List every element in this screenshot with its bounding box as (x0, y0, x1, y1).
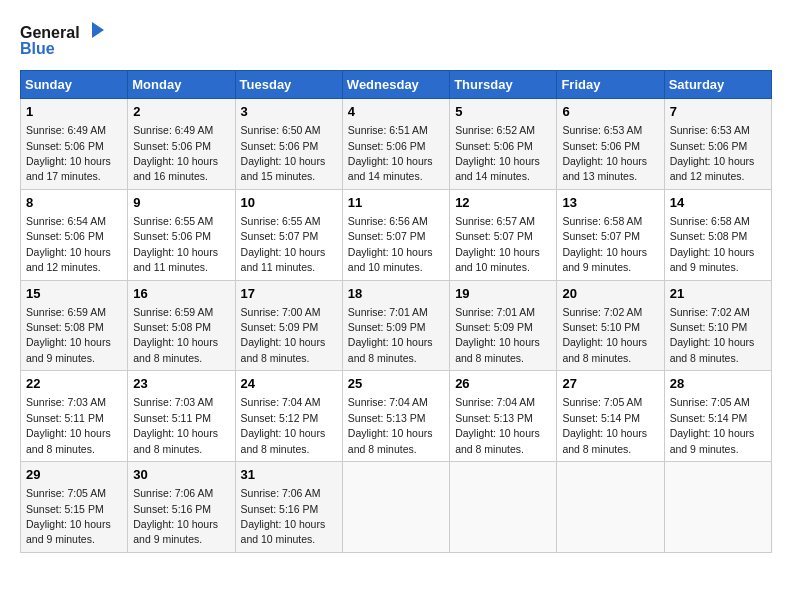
header: GeneralBlue (20, 20, 772, 60)
day-cell: 4Sunrise: 6:51 AMSunset: 5:06 PMDaylight… (342, 99, 449, 190)
day-cell: 8Sunrise: 6:54 AMSunset: 5:06 PMDaylight… (21, 189, 128, 280)
calendar-header-row: SundayMondayTuesdayWednesdayThursdayFrid… (21, 71, 772, 99)
col-header-saturday: Saturday (664, 71, 771, 99)
day-info: Sunrise: 6:55 AMSunset: 5:07 PMDaylight:… (241, 215, 326, 273)
day-number: 28 (670, 375, 766, 393)
day-cell (557, 462, 664, 553)
day-info: Sunrise: 7:06 AMSunset: 5:16 PMDaylight:… (133, 487, 218, 545)
day-cell: 13Sunrise: 6:58 AMSunset: 5:07 PMDayligh… (557, 189, 664, 280)
day-number: 6 (562, 103, 658, 121)
svg-text:General: General (20, 24, 80, 41)
day-number: 18 (348, 285, 444, 303)
day-cell: 11Sunrise: 6:56 AMSunset: 5:07 PMDayligh… (342, 189, 449, 280)
day-info: Sunrise: 7:03 AMSunset: 5:11 PMDaylight:… (26, 396, 111, 454)
day-cell: 10Sunrise: 6:55 AMSunset: 5:07 PMDayligh… (235, 189, 342, 280)
day-info: Sunrise: 7:02 AMSunset: 5:10 PMDaylight:… (670, 306, 755, 364)
day-info: Sunrise: 6:55 AMSunset: 5:06 PMDaylight:… (133, 215, 218, 273)
week-row-1: 1Sunrise: 6:49 AMSunset: 5:06 PMDaylight… (21, 99, 772, 190)
day-number: 24 (241, 375, 337, 393)
day-info: Sunrise: 6:49 AMSunset: 5:06 PMDaylight:… (133, 124, 218, 182)
day-number: 4 (348, 103, 444, 121)
day-info: Sunrise: 6:49 AMSunset: 5:06 PMDaylight:… (26, 124, 111, 182)
day-number: 9 (133, 194, 229, 212)
day-info: Sunrise: 6:56 AMSunset: 5:07 PMDaylight:… (348, 215, 433, 273)
day-info: Sunrise: 7:02 AMSunset: 5:10 PMDaylight:… (562, 306, 647, 364)
day-info: Sunrise: 6:53 AMSunset: 5:06 PMDaylight:… (562, 124, 647, 182)
day-number: 8 (26, 194, 122, 212)
logo-svg: GeneralBlue (20, 20, 110, 60)
day-cell: 16Sunrise: 6:59 AMSunset: 5:08 PMDayligh… (128, 280, 235, 371)
day-cell: 1Sunrise: 6:49 AMSunset: 5:06 PMDaylight… (21, 99, 128, 190)
day-number: 22 (26, 375, 122, 393)
day-number: 29 (26, 466, 122, 484)
day-cell: 9Sunrise: 6:55 AMSunset: 5:06 PMDaylight… (128, 189, 235, 280)
day-number: 23 (133, 375, 229, 393)
week-row-5: 29Sunrise: 7:05 AMSunset: 5:15 PMDayligh… (21, 462, 772, 553)
day-cell (342, 462, 449, 553)
calendar-table: SundayMondayTuesdayWednesdayThursdayFrid… (20, 70, 772, 553)
week-row-4: 22Sunrise: 7:03 AMSunset: 5:11 PMDayligh… (21, 371, 772, 462)
day-number: 14 (670, 194, 766, 212)
day-cell: 27Sunrise: 7:05 AMSunset: 5:14 PMDayligh… (557, 371, 664, 462)
day-number: 11 (348, 194, 444, 212)
day-cell: 18Sunrise: 7:01 AMSunset: 5:09 PMDayligh… (342, 280, 449, 371)
week-row-2: 8Sunrise: 6:54 AMSunset: 5:06 PMDaylight… (21, 189, 772, 280)
day-info: Sunrise: 7:05 AMSunset: 5:14 PMDaylight:… (562, 396, 647, 454)
col-header-friday: Friday (557, 71, 664, 99)
day-cell: 28Sunrise: 7:05 AMSunset: 5:14 PMDayligh… (664, 371, 771, 462)
day-number: 10 (241, 194, 337, 212)
day-cell: 23Sunrise: 7:03 AMSunset: 5:11 PMDayligh… (128, 371, 235, 462)
day-cell: 26Sunrise: 7:04 AMSunset: 5:13 PMDayligh… (450, 371, 557, 462)
col-header-thursday: Thursday (450, 71, 557, 99)
col-header-tuesday: Tuesday (235, 71, 342, 99)
day-cell: 21Sunrise: 7:02 AMSunset: 5:10 PMDayligh… (664, 280, 771, 371)
day-cell: 25Sunrise: 7:04 AMSunset: 5:13 PMDayligh… (342, 371, 449, 462)
day-cell (450, 462, 557, 553)
day-info: Sunrise: 7:04 AMSunset: 5:13 PMDaylight:… (455, 396, 540, 454)
day-info: Sunrise: 6:54 AMSunset: 5:06 PMDaylight:… (26, 215, 111, 273)
day-cell: 31Sunrise: 7:06 AMSunset: 5:16 PMDayligh… (235, 462, 342, 553)
day-cell: 19Sunrise: 7:01 AMSunset: 5:09 PMDayligh… (450, 280, 557, 371)
day-info: Sunrise: 7:05 AMSunset: 5:14 PMDaylight:… (670, 396, 755, 454)
day-number: 5 (455, 103, 551, 121)
day-cell: 6Sunrise: 6:53 AMSunset: 5:06 PMDaylight… (557, 99, 664, 190)
day-cell: 17Sunrise: 7:00 AMSunset: 5:09 PMDayligh… (235, 280, 342, 371)
day-number: 17 (241, 285, 337, 303)
day-info: Sunrise: 7:00 AMSunset: 5:09 PMDaylight:… (241, 306, 326, 364)
day-info: Sunrise: 6:50 AMSunset: 5:06 PMDaylight:… (241, 124, 326, 182)
day-number: 16 (133, 285, 229, 303)
day-info: Sunrise: 6:53 AMSunset: 5:06 PMDaylight:… (670, 124, 755, 182)
col-header-monday: Monday (128, 71, 235, 99)
day-info: Sunrise: 7:06 AMSunset: 5:16 PMDaylight:… (241, 487, 326, 545)
day-number: 30 (133, 466, 229, 484)
day-cell: 14Sunrise: 6:58 AMSunset: 5:08 PMDayligh… (664, 189, 771, 280)
day-number: 31 (241, 466, 337, 484)
day-number: 20 (562, 285, 658, 303)
day-info: Sunrise: 6:57 AMSunset: 5:07 PMDaylight:… (455, 215, 540, 273)
day-number: 19 (455, 285, 551, 303)
day-info: Sunrise: 6:58 AMSunset: 5:08 PMDaylight:… (670, 215, 755, 273)
day-cell: 30Sunrise: 7:06 AMSunset: 5:16 PMDayligh… (128, 462, 235, 553)
day-number: 7 (670, 103, 766, 121)
day-number: 2 (133, 103, 229, 121)
day-cell: 2Sunrise: 6:49 AMSunset: 5:06 PMDaylight… (128, 99, 235, 190)
day-info: Sunrise: 7:01 AMSunset: 5:09 PMDaylight:… (348, 306, 433, 364)
day-number: 3 (241, 103, 337, 121)
day-number: 25 (348, 375, 444, 393)
day-info: Sunrise: 6:58 AMSunset: 5:07 PMDaylight:… (562, 215, 647, 273)
day-cell: 22Sunrise: 7:03 AMSunset: 5:11 PMDayligh… (21, 371, 128, 462)
day-info: Sunrise: 7:03 AMSunset: 5:11 PMDaylight:… (133, 396, 218, 454)
day-number: 13 (562, 194, 658, 212)
day-info: Sunrise: 7:04 AMSunset: 5:12 PMDaylight:… (241, 396, 326, 454)
day-info: Sunrise: 6:59 AMSunset: 5:08 PMDaylight:… (133, 306, 218, 364)
day-number: 27 (562, 375, 658, 393)
svg-text:Blue: Blue (20, 40, 55, 57)
day-number: 21 (670, 285, 766, 303)
logo: GeneralBlue (20, 20, 110, 60)
day-number: 15 (26, 285, 122, 303)
day-cell: 7Sunrise: 6:53 AMSunset: 5:06 PMDaylight… (664, 99, 771, 190)
day-cell (664, 462, 771, 553)
col-header-sunday: Sunday (21, 71, 128, 99)
day-cell: 15Sunrise: 6:59 AMSunset: 5:08 PMDayligh… (21, 280, 128, 371)
day-cell: 12Sunrise: 6:57 AMSunset: 5:07 PMDayligh… (450, 189, 557, 280)
